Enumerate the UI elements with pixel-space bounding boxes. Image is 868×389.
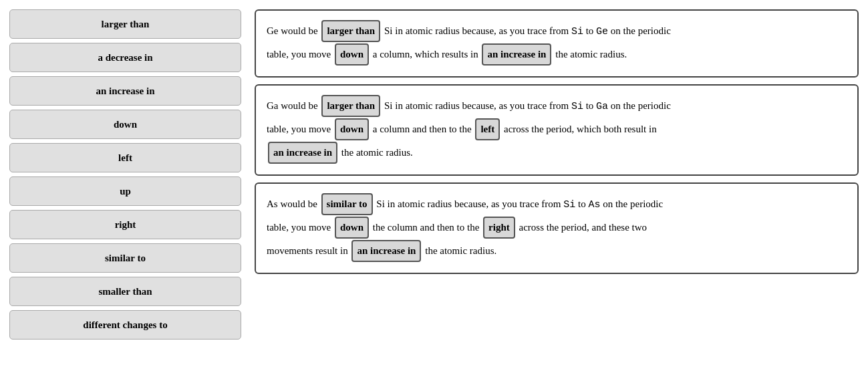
sentence-box-box1: Ge would be larger than Si in atomic rad… <box>255 9 859 78</box>
sentence-text: the atomic radius. <box>553 49 627 59</box>
sentence-text: Ge would be <box>267 25 320 36</box>
filled-chip: down <box>335 43 369 66</box>
sentence-text: the atomic radius. <box>422 245 496 256</box>
element-symbol: Ge <box>596 26 608 37</box>
sentence-text: Ga would be <box>267 100 320 111</box>
sentence-text: on the periodic <box>608 100 671 111</box>
sentence-text: to <box>583 100 596 111</box>
word-btn-left[interactable]: left <box>9 143 241 172</box>
sentence-text: As would be <box>267 199 320 209</box>
filled-chip: an increase in <box>268 142 337 164</box>
element-symbol: Si <box>571 26 583 37</box>
filled-chip: left <box>475 118 500 140</box>
sentence-text: Si in atomic radius because, as you trac… <box>382 25 571 36</box>
sentence-text: to <box>575 199 588 209</box>
filled-chip: larger than <box>321 20 380 42</box>
sentence-text: a column and then to the <box>370 124 474 134</box>
filled-chip: similar to <box>321 193 373 215</box>
sentence-text: across the period, which both result in <box>501 124 656 134</box>
filled-chip: larger than <box>321 95 380 117</box>
sentence-text: across the period, and these two <box>517 222 647 233</box>
sentence-line: table, you move down the column and then… <box>267 217 847 239</box>
sentence-text: a column, which results in <box>370 49 480 59</box>
word-btn-different-changes-to[interactable]: different changes to <box>9 310 241 340</box>
filled-chip: an increase in <box>482 43 551 66</box>
word-btn-larger-than[interactable]: larger than <box>9 9 241 39</box>
filled-chip: right <box>483 217 515 239</box>
sentence-line: Ga would be larger than Si in atomic rad… <box>267 95 847 117</box>
element-symbol: Si <box>571 101 583 112</box>
sentence-line: an increase in the atomic radius. <box>267 142 847 164</box>
word-btn-an-increase-in[interactable]: an increase in <box>9 76 241 106</box>
sentence-text: table, you move <box>267 222 333 233</box>
word-btn-similar-to[interactable]: similar to <box>9 243 241 273</box>
filled-chip: down <box>335 118 369 140</box>
sentence-box-box3: As would be similar to Si in atomic radi… <box>255 182 859 274</box>
sentence-line: table, you move down a column and then t… <box>267 118 847 140</box>
sentence-line: table, you move down a column, which res… <box>267 43 847 66</box>
filled-chip: down <box>335 217 369 239</box>
sentence-text: the column and then to the <box>370 222 482 233</box>
sentence-text: Si in atomic radius because, as you trac… <box>382 100 571 111</box>
sentence-text: the atomic radius. <box>339 147 413 158</box>
word-btn-right[interactable]: right <box>9 210 241 239</box>
sentence-text: movements result in <box>267 245 350 256</box>
sentence-text: table, you move <box>267 124 333 134</box>
word-btn-a-decrease-in[interactable]: a decrease in <box>9 43 241 72</box>
element-symbol: Ga <box>596 101 608 112</box>
sentence-text: to <box>583 25 596 36</box>
sentence-area: Ge would be larger than Si in atomic rad… <box>252 7 861 382</box>
sentence-text: on the periodic <box>600 199 663 209</box>
sentence-text: on the periodic <box>608 25 671 36</box>
word-btn-smaller-than[interactable]: smaller than <box>9 277 241 306</box>
element-symbol: As <box>588 199 600 211</box>
sentence-line: As would be similar to Si in atomic radi… <box>267 193 847 215</box>
sentence-text: Si in atomic radius because, as you trac… <box>374 199 564 209</box>
sentence-text: table, you move <box>267 49 333 59</box>
filled-chip: an increase in <box>351 240 421 262</box>
sentence-box-box2: Ga would be larger than Si in atomic rad… <box>255 84 859 176</box>
sentence-line: movements result in an increase in the a… <box>267 240 847 262</box>
word-btn-down[interactable]: down <box>9 110 241 139</box>
element-symbol: Si <box>563 199 575 211</box>
sentence-line: Ge would be larger than Si in atomic rad… <box>267 20 847 42</box>
word-bank: larger thana decrease inan increase indo… <box>7 7 244 382</box>
word-btn-up[interactable]: up <box>9 176 241 206</box>
